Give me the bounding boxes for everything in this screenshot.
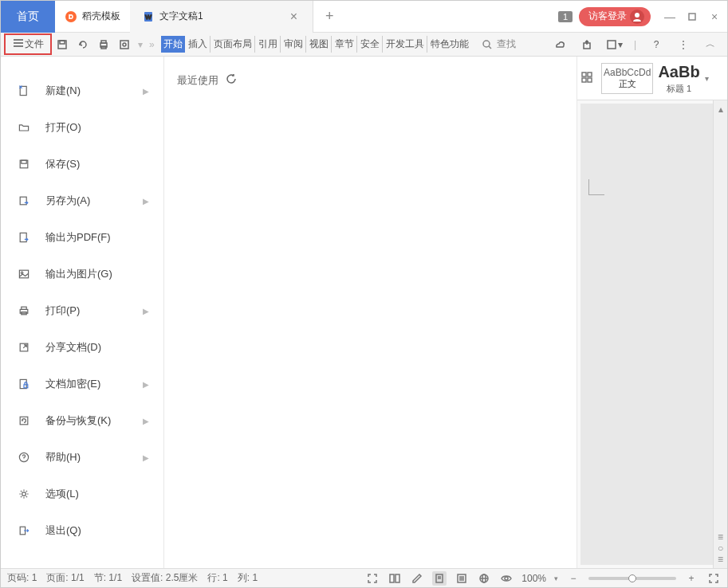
menu-backup[interactable]: 备份与恢复(K)▶ — [1, 402, 163, 439]
menu-pdf[interactable]: 输出为PDF(F) — [1, 219, 163, 256]
toolbar: 文件 ▾ » 开始 插入 页面布局 引用 审阅 视图 章节 安全 开发工具 特色… — [1, 33, 727, 57]
ribbon-tab-layout[interactable]: 页面布局 — [211, 36, 255, 53]
zoom-out-button[interactable]: − — [566, 571, 580, 586]
svg-rect-33 — [20, 379, 26, 388]
lock-icon — [15, 375, 33, 393]
pdf-icon — [15, 229, 33, 246]
print-icon[interactable] — [95, 36, 112, 53]
web-icon[interactable] — [477, 571, 491, 586]
svg-point-15 — [483, 41, 490, 47]
page-view-icon[interactable] — [432, 571, 447, 586]
hamburger-icon — [12, 37, 22, 52]
chevron-right-icon: ▶ — [143, 453, 149, 462]
ribbon-tab-devtools[interactable]: 开发工具 — [384, 36, 427, 53]
file-menu-button[interactable]: 文件 — [4, 33, 52, 55]
right-panel: AaBbCcDd 正文 AaBb 标题 1 ▾ ▴ ≡ ○ ≡ — [577, 57, 727, 568]
menu-saveas[interactable]: 另存为(A)▶ — [1, 182, 163, 219]
settings-icon[interactable]: ▾ — [605, 36, 623, 53]
tab-home[interactable]: 首页 — [1, 1, 55, 33]
scroll-up-icon[interactable]: ▴ — [718, 104, 723, 115]
zoom-in-button[interactable]: + — [684, 571, 698, 586]
refresh-icon[interactable] — [225, 73, 238, 88]
ribbon-tab-view[interactable]: 视图 — [307, 36, 332, 53]
eye-icon[interactable] — [499, 571, 514, 586]
menu-share[interactable]: 分享文档(D) — [1, 329, 163, 366]
menu-image[interactable]: 输出为图片(G) — [1, 256, 163, 292]
tab-close-icon[interactable]: × — [287, 10, 301, 24]
tab-add-button[interactable]: + — [313, 8, 346, 25]
more-icon[interactable]: » — [149, 39, 155, 50]
search-box[interactable]: 查找 — [481, 37, 516, 51]
style-body[interactable]: AaBbCcDd 正文 — [601, 63, 653, 94]
save-icon[interactable] — [53, 36, 71, 53]
menu-print[interactable]: 打印(P)▶ — [1, 292, 163, 329]
menu-options[interactable]: 选项(L) — [1, 476, 163, 512]
preview-icon[interactable] — [116, 36, 133, 53]
login-button[interactable]: 访客登录 — [579, 7, 651, 26]
style-more-icon[interactable]: ▾ — [705, 74, 709, 83]
menu-encrypt[interactable]: 文档加密(E)▶ — [1, 366, 163, 402]
undo-icon[interactable] — [74, 36, 92, 53]
svg-rect-42 — [588, 78, 592, 82]
ribbon-tab-security[interactable]: 安全 — [358, 36, 383, 53]
chevron-right-icon: ▶ — [143, 87, 149, 96]
recent-label: 最近使用 — [177, 73, 218, 88]
page-up-icon[interactable]: ≡ — [718, 531, 723, 543]
window-controls: — × — [660, 7, 724, 26]
status-setting[interactable]: 设置值: 2.5厘米 — [132, 571, 198, 585]
close-button[interactable]: × — [705, 7, 724, 26]
menu-new[interactable]: 新建(N)▶ — [1, 73, 163, 109]
edit-icon[interactable] — [410, 571, 424, 586]
style-heading1[interactable]: AaBb 标题 1 — [656, 61, 701, 95]
svg-rect-9 — [60, 41, 65, 44]
status-col[interactable]: 列: 1 — [238, 571, 258, 585]
ribbon-tab-start[interactable]: 开始 — [161, 36, 185, 53]
fullscreen-icon[interactable] — [365, 571, 380, 586]
page-down-icon[interactable]: ≡ — [718, 554, 723, 565]
share-icon[interactable] — [578, 36, 596, 53]
ribbon-tab-reference[interactable]: 引用 — [256, 36, 281, 53]
status-page[interactable]: 页面: 1/1 — [46, 571, 84, 585]
title-bar: 首页 稻壳模板 W 文字文稿1 × + 1 访客登录 — × — [1, 1, 727, 33]
svg-rect-40 — [588, 73, 592, 76]
print-icon — [15, 302, 33, 319]
svg-text:W: W — [145, 14, 152, 21]
status-section[interactable]: 节: 1/1 — [94, 571, 122, 585]
vertical-scrollbar[interactable]: ▴ ≡ ○ ≡ — [713, 100, 727, 568]
menu-icon[interactable]: ⋮ — [675, 36, 692, 53]
svg-rect-35 — [20, 417, 28, 425]
collapse-icon[interactable]: ︿ — [702, 36, 719, 53]
menu-help[interactable]: 帮助(H)▶ — [1, 439, 163, 476]
help-icon[interactable]: ? — [647, 36, 665, 53]
ribbon-tab-chapter[interactable]: 章节 — [333, 36, 357, 53]
svg-rect-4 — [689, 14, 695, 20]
zoom-value[interactable]: 100% — [521, 573, 546, 584]
menu-open[interactable]: 打开(O) — [1, 109, 163, 146]
svg-rect-39 — [582, 73, 586, 76]
menu-save[interactable]: 保存(S) — [1, 146, 163, 182]
minimize-button[interactable]: — — [660, 7, 679, 26]
tab-template[interactable]: 稻壳模板 — [55, 1, 130, 33]
notification-badge[interactable]: 1 — [558, 11, 573, 22]
avatar-icon — [630, 10, 644, 24]
read-icon[interactable] — [388, 571, 402, 586]
ribbon-tab-review[interactable]: 审阅 — [281, 36, 306, 53]
status-row[interactable]: 行: 1 — [207, 571, 227, 585]
zoom-thumb[interactable] — [628, 574, 636, 582]
menu-exit[interactable]: 退出(Q) — [1, 512, 163, 549]
zoom-slider[interactable] — [588, 577, 676, 580]
svg-point-55 — [505, 577, 508, 580]
tab-template-label: 稻壳模板 — [82, 10, 120, 23]
status-pagenum[interactable]: 页码: 1 — [7, 571, 37, 585]
outline-icon[interactable] — [455, 571, 469, 586]
nav-icon[interactable]: ○ — [718, 543, 723, 554]
separator: | — [634, 39, 636, 50]
exit-icon — [15, 522, 33, 539]
maximize-button[interactable] — [683, 7, 702, 26]
fit-icon[interactable] — [706, 571, 721, 586]
ribbon-tab-insert[interactable]: 插入 — [186, 36, 211, 53]
grid-icon[interactable] — [580, 71, 598, 86]
tab-document[interactable]: W 文字文稿1 × — [130, 1, 313, 33]
ribbon-tab-features[interactable]: 特色功能 — [428, 36, 471, 53]
cloud-icon[interactable] — [551, 36, 569, 53]
